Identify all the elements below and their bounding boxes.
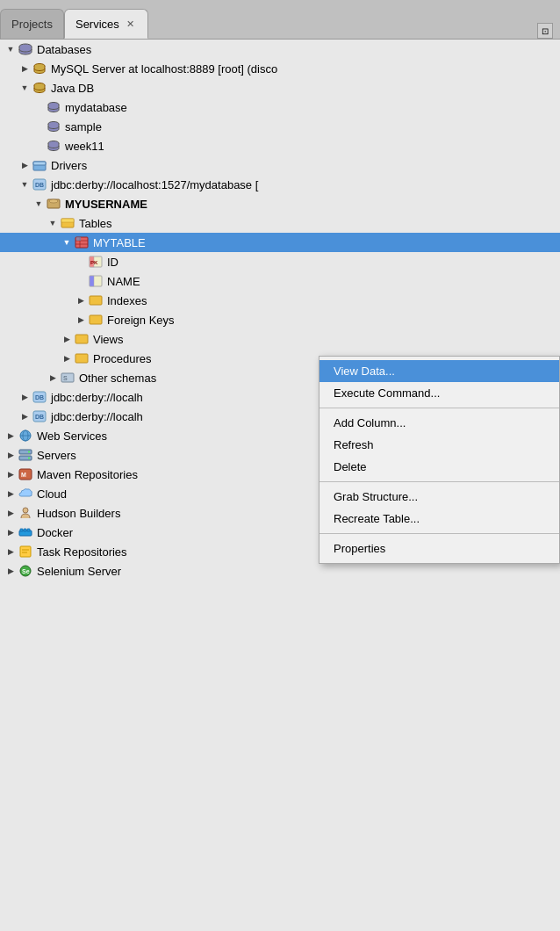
label-drivers: Drivers <box>51 159 556 172</box>
label-databases: Databases <box>37 43 556 56</box>
icon-week11 <box>46 138 61 154</box>
tree-item-myusername[interactable]: MYUSERNAME <box>0 194 560 213</box>
icon-procedures <box>74 350 90 366</box>
label-mydatabase: mydatabase <box>65 101 556 114</box>
icon-mysql <box>32 61 47 76</box>
tree-item-mysql[interactable]: MySQL Server at localhost:8889 [root] (d… <box>0 59 560 78</box>
arrow-jdbc-mydatabase <box>18 175 32 194</box>
icon-jdbc3: DB <box>32 408 47 424</box>
context-menu-item-execute-command[interactable]: Execute Command... <box>319 382 559 404</box>
tab-projects-label: Projects <box>11 18 53 31</box>
tab-bar: Projects Services ✕ ⊡ <box>0 0 560 40</box>
context-menu-item-grab-structure[interactable]: Grab Structure... <box>319 486 559 508</box>
arrow-sample <box>32 117 46 136</box>
svg-text:DB: DB <box>35 182 44 188</box>
arrow-myusername <box>32 194 46 213</box>
arrow-foreign <box>74 310 88 329</box>
label-myusername: MYUSERNAME <box>65 198 556 211</box>
icon-id-col: PK <box>88 254 104 270</box>
arrow-javadb <box>18 78 32 97</box>
arrow-name <box>74 271 88 291</box>
tree-item-mydatabase[interactable]: mydatabase <box>0 97 560 117</box>
tab-services[interactable]: Services ✕ <box>64 9 148 39</box>
tree-item-id-col[interactable]: PK ID <box>0 252 560 271</box>
svg-rect-13 <box>61 219 74 222</box>
tab-projects[interactable]: Projects <box>0 9 64 39</box>
icon-views <box>74 331 90 347</box>
tree-item-jdbc-mydatabase[interactable]: DB jdbc:derby://localhost:1527/mydatabas… <box>0 175 560 194</box>
icon-sample <box>46 119 61 134</box>
context-menu-item-recreate-table[interactable]: Recreate Table... <box>319 508 559 530</box>
tree-item-javadb[interactable]: Java DB <box>0 78 560 97</box>
svg-text:PK: PK <box>90 260 98 265</box>
svg-rect-47 <box>27 529 30 531</box>
tree-item-mytable[interactable]: MYTABLE <box>0 233 560 252</box>
icon-cloud <box>18 486 33 502</box>
arrow-jdbc3 <box>18 407 32 426</box>
svg-rect-45 <box>20 529 23 531</box>
arrow-drivers <box>18 155 32 175</box>
context-menu-item-refresh[interactable]: Refresh <box>319 434 559 456</box>
context-menu-item-add-column[interactable]: Add Column... <box>319 412 559 434</box>
svg-text:Se: Se <box>22 568 30 574</box>
svg-rect-27 <box>75 354 88 363</box>
label-views: Views <box>93 333 556 346</box>
tree-item-databases[interactable]: Databases <box>0 40 560 59</box>
arrow-mysql <box>18 59 32 78</box>
arrow-cloud <box>4 484 18 503</box>
icon-hudson <box>18 505 33 521</box>
svg-text:S: S <box>63 375 68 381</box>
window-controls: ⊡ <box>537 23 560 39</box>
svg-rect-23 <box>90 276 94 286</box>
context-menu-item-properties[interactable]: Properties <box>319 538 559 559</box>
tab-close-icon[interactable]: ✕ <box>125 18 137 30</box>
tree-item-tables[interactable]: Tables <box>0 213 560 233</box>
label-mysql: MySQL Server at localhost:8889 [root] (d… <box>51 62 556 76</box>
svg-point-43 <box>23 508 28 513</box>
icon-drivers <box>32 157 47 173</box>
svg-rect-24 <box>90 296 102 305</box>
tree-item-views[interactable]: Views <box>0 329 560 349</box>
icon-jdbc2: DB <box>32 389 47 405</box>
tree-item-selenium[interactable]: Se Selenium Server <box>0 561 560 581</box>
icon-mytable <box>74 235 90 250</box>
icon-maven: M <box>18 466 33 482</box>
context-menu: View Data... Execute Command... Add Colu… <box>319 356 560 564</box>
restore-button[interactable]: ⊡ <box>537 23 553 39</box>
icon-webservices <box>18 428 33 444</box>
svg-rect-48 <box>20 546 31 557</box>
tree-item-week11[interactable]: week11 <box>0 136 560 155</box>
arrow-views <box>60 329 74 349</box>
tree-item-foreign[interactable]: Foreign Keys <box>0 310 560 329</box>
svg-rect-46 <box>24 529 26 531</box>
tree-item-sample[interactable]: sample <box>0 117 560 136</box>
context-menu-item-delete[interactable]: Delete <box>319 456 559 478</box>
svg-text:DB: DB <box>35 414 44 420</box>
tree-item-indexes[interactable]: Indexes <box>0 291 560 310</box>
icon-servers <box>18 447 33 463</box>
arrow-databases <box>4 40 18 59</box>
icon-tables <box>60 215 75 231</box>
svg-point-11 <box>49 199 58 203</box>
label-foreign: Foreign Keys <box>107 314 556 327</box>
context-menu-item-view-data[interactable]: View Data... <box>319 360 559 382</box>
arrow-servers <box>4 445 18 465</box>
arrow-indexes <box>74 291 88 310</box>
arrow-jdbc2 <box>18 387 32 407</box>
arrow-mydatabase <box>32 97 46 117</box>
arrow-docker <box>4 523 18 542</box>
svg-rect-18 <box>76 237 81 241</box>
icon-jdbc-mydatabase: DB <box>32 177 47 192</box>
svg-point-39 <box>28 451 30 453</box>
icon-foreign <box>88 312 104 328</box>
label-selenium: Selenium Server <box>37 565 556 578</box>
label-tables: Tables <box>79 217 556 230</box>
arrow-tables <box>46 213 60 233</box>
arrow-selenium <box>4 561 18 581</box>
arrow-id <box>74 252 88 271</box>
tree-item-name-col[interactable]: NAME <box>0 271 560 291</box>
tree-item-drivers[interactable]: Drivers <box>0 155 560 175</box>
icon-databases <box>18 41 33 57</box>
arrow-webservices <box>4 426 18 445</box>
icon-indexes <box>88 292 104 308</box>
